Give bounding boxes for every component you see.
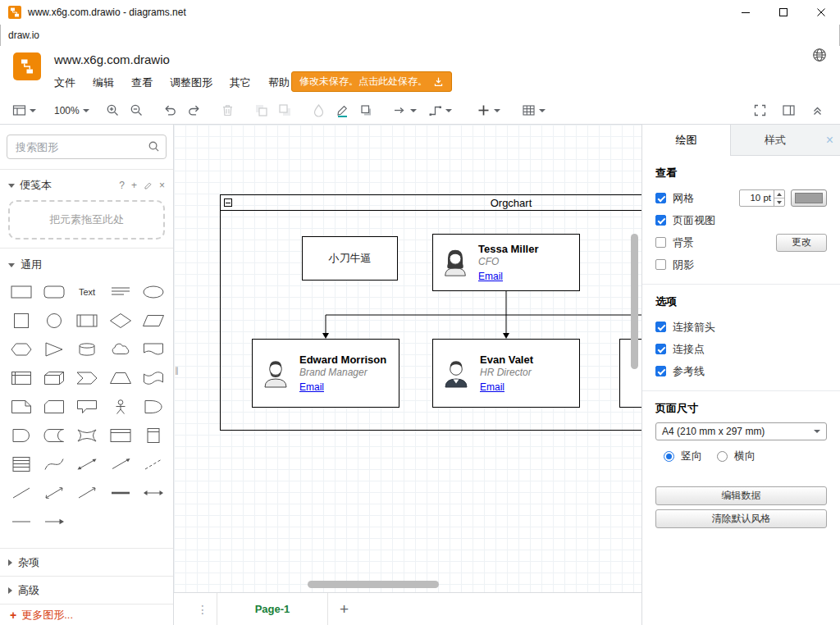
scratchpad-edit-icon[interactable] [144,181,153,190]
email-link[interactable]: Email [480,381,504,393]
shadow-button[interactable] [357,101,376,120]
zoom-out-button[interactable] [127,101,146,120]
section-misc[interactable]: 杂项 [0,548,173,576]
bidirectional-connector-shape[interactable] [38,478,71,507]
menu-help[interactable]: 帮助 [267,74,291,92]
trapezoid-shape[interactable] [104,363,137,392]
more-shapes-button[interactable]: + 更多图形... [0,604,173,625]
horizontal-line-shape[interactable] [5,507,38,536]
triangle-shape[interactable] [38,335,71,363]
scratchpad-header[interactable]: 便笺本 ? + × [8,176,165,195]
zoom-dropdown[interactable]: 100% [52,103,92,119]
redo-button[interactable] [185,101,203,120]
edit-data-button[interactable]: 编辑数据 [655,486,827,505]
process-shape[interactable] [71,306,103,335]
tape-shape[interactable] [137,363,170,392]
vertical-scrollbar[interactable] [631,234,638,369]
line-shape[interactable] [5,478,38,507]
or-shape[interactable] [137,392,170,421]
collapse-toolbar-button[interactable] [808,101,827,120]
page-size-select[interactable]: A4 (210 mm x 297 mm) [655,422,827,440]
change-background-button[interactable]: 更改 [776,234,827,252]
page-view-checkbox[interactable] [655,215,666,226]
tab-style[interactable]: 样式 [731,125,819,156]
actor-shape[interactable] [104,392,137,421]
scratchpad-add-icon[interactable]: + [131,180,137,191]
node-edward-morrison[interactable]: Edward Morrison Brand Manager Email [252,339,399,408]
cube-shape[interactable] [38,363,71,392]
line-color-button[interactable] [333,101,352,120]
waypoints-dropdown[interactable] [426,101,454,120]
zoom-in-button[interactable] [103,101,122,120]
cylinder-shape[interactable] [71,335,103,363]
canvas[interactable]: Orgchart 小刀牛逼 [174,125,641,592]
step-shape[interactable] [71,363,103,392]
view-dropdown[interactable] [10,101,39,120]
email-link[interactable]: Email [478,271,503,282]
directional-connector-shape[interactable] [71,478,103,507]
grid-size-input[interactable]: 10 pt [739,189,785,207]
menu-arrange[interactable]: 调整图形 [168,74,214,92]
to-front-button[interactable] [252,101,271,120]
scratchpad-help-icon[interactable]: ? [119,180,125,191]
card-shape[interactable] [38,392,71,421]
add-page-button[interactable]: + [340,600,349,618]
connection-points-checkbox[interactable] [655,344,666,354]
landscape-radio[interactable] [717,451,728,462]
spinner-arrows[interactable] [774,190,784,206]
guides-checkbox[interactable] [655,366,666,376]
text-shape[interactable]: Text [71,277,103,306]
node-evan-valet[interactable]: Evan Valet HR Director Email [432,339,580,408]
format-panel-toggle[interactable] [779,101,798,120]
fill-color-button[interactable] [309,101,328,120]
to-back-button[interactable] [276,101,294,120]
close-button[interactable] [802,0,840,25]
square-shape[interactable] [5,306,38,335]
node-plain[interactable]: 小刀牛逼 [302,236,398,281]
section-advanced[interactable]: 高级 [0,576,173,604]
search-input[interactable] [7,135,167,159]
shadow-checkbox[interactable] [655,259,666,270]
vertical-container-shape[interactable] [137,421,170,449]
callout-shape[interactable] [71,392,103,421]
bold-line-shape[interactable] [104,478,137,507]
switch-shape[interactable] [71,421,103,449]
close-panel-icon[interactable]: × [819,125,840,156]
horizontal-scrollbar[interactable] [308,581,439,588]
scratchpad-drop-area[interactable]: 把元素拖至此处 [8,200,165,240]
diamond-shape[interactable] [104,306,137,335]
language-icon[interactable] [812,48,827,62]
insert-dropdown[interactable] [474,101,503,120]
minimize-button[interactable] [727,0,765,25]
save-banner[interactable]: 修改未保存。点击此处保存。 [291,71,452,92]
email-link[interactable]: Email [299,381,324,393]
spin-down-icon[interactable] [774,198,784,206]
rectangle-shape[interactable] [5,277,38,306]
node-tessa-miller[interactable]: Tessa Miller CFO Email [432,234,580,291]
connection-style-dropdown[interactable] [390,101,419,120]
and-shape[interactable] [5,421,38,449]
portrait-radio[interactable] [664,451,674,462]
delete-button[interactable] [218,101,237,120]
parallelogram-shape[interactable] [137,306,170,335]
curve-shape[interactable] [38,449,71,478]
menu-file[interactable]: 文件 [52,74,77,92]
filled-arrow-shape[interactable] [38,507,71,536]
dashed-line-shape[interactable] [137,449,170,478]
data-storage-shape[interactable] [38,421,71,449]
collapse-container-icon[interactable] [224,198,232,207]
undo-button[interactable] [161,101,180,120]
internal-storage-shape[interactable] [5,363,38,392]
hexagon-shape[interactable] [5,335,38,363]
rounded-rectangle-shape[interactable] [38,277,71,306]
cloud-shape[interactable] [104,335,137,363]
pages-menu-icon[interactable]: ⋮ [197,603,208,616]
arrow-shape[interactable] [104,449,137,478]
scratchpad-close-icon[interactable]: × [159,180,165,191]
page-tab[interactable]: Page-1 [217,593,328,625]
maximize-button[interactable] [765,0,802,25]
bidirectional-arrow-shape[interactable] [71,449,103,478]
list-shape[interactable] [5,449,38,478]
clear-default-style-button[interactable]: 清除默认风格 [655,509,827,528]
grid-color-button[interactable] [791,189,827,207]
